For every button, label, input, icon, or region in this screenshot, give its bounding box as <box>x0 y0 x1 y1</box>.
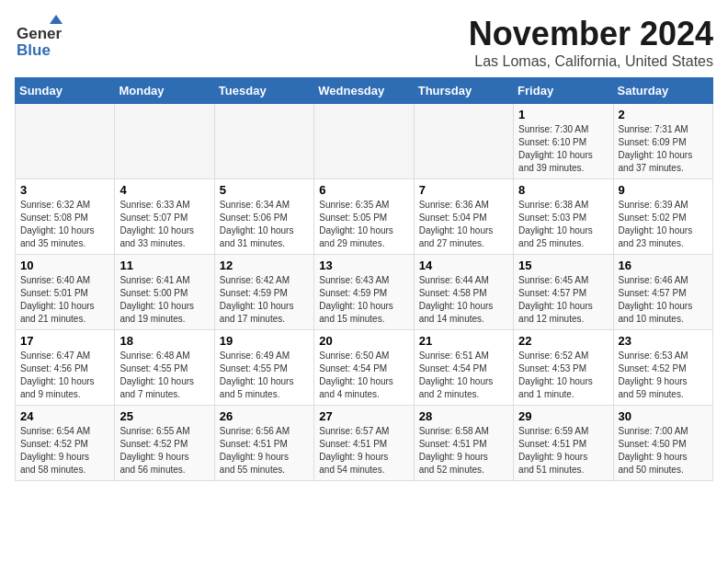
calendar-day-cell: 6Sunrise: 6:35 AM Sunset: 5:05 PM Daylig… <box>314 179 414 255</box>
calendar-day-cell: 1Sunrise: 7:30 AM Sunset: 6:10 PM Daylig… <box>514 104 613 179</box>
day-detail: Sunrise: 6:56 AM Sunset: 4:51 PM Dayligh… <box>220 425 309 477</box>
calendar-day-cell: 21Sunrise: 6:51 AM Sunset: 4:54 PM Dayli… <box>414 330 513 406</box>
day-detail: Sunrise: 6:50 AM Sunset: 4:54 PM Dayligh… <box>319 350 408 401</box>
day-number: 27 <box>319 409 408 423</box>
day-detail: Sunrise: 6:54 AM Sunset: 4:52 PM Dayligh… <box>20 425 109 477</box>
weekday-header: Wednesday <box>314 78 414 104</box>
day-detail: Sunrise: 6:59 AM Sunset: 4:51 PM Dayligh… <box>518 425 608 477</box>
day-number: 10 <box>20 259 109 272</box>
day-detail: Sunrise: 6:43 AM Sunset: 4:59 PM Dayligh… <box>319 274 408 326</box>
calendar-day-cell: 27Sunrise: 6:57 AM Sunset: 4:51 PM Dayli… <box>314 406 414 481</box>
logo: General Blue <box>15 15 63 63</box>
calendar-day-cell: 2Sunrise: 7:31 AM Sunset: 6:09 PM Daylig… <box>613 104 712 179</box>
calendar-day-cell: 3Sunrise: 6:32 AM Sunset: 5:08 PM Daylig… <box>16 179 115 255</box>
day-number: 22 <box>518 334 608 348</box>
page-title: November 2024 <box>469 15 713 53</box>
day-detail: Sunrise: 6:57 AM Sunset: 4:51 PM Dayligh… <box>319 425 408 477</box>
calendar-table: SundayMondayTuesdayWednesdayThursdayFrid… <box>15 77 713 481</box>
day-detail: Sunrise: 6:32 AM Sunset: 5:08 PM Dayligh… <box>20 199 109 250</box>
day-detail: Sunrise: 6:35 AM Sunset: 5:05 PM Dayligh… <box>319 199 408 250</box>
day-number: 14 <box>419 259 508 272</box>
calendar-day-cell: 9Sunrise: 6:39 AM Sunset: 5:02 PM Daylig… <box>613 179 712 255</box>
day-detail: Sunrise: 6:34 AM Sunset: 5:06 PM Dayligh… <box>220 199 309 250</box>
calendar-week-row: 17Sunrise: 6:47 AM Sunset: 4:56 PM Dayli… <box>16 330 713 406</box>
day-number: 1 <box>518 108 608 121</box>
day-detail: Sunrise: 6:46 AM Sunset: 4:57 PM Dayligh… <box>619 274 708 326</box>
calendar-day-cell: 19Sunrise: 6:49 AM Sunset: 4:55 PM Dayli… <box>214 330 313 406</box>
weekday-header: Tuesday <box>214 78 313 104</box>
calendar-day-cell: 22Sunrise: 6:52 AM Sunset: 4:53 PM Dayli… <box>514 330 613 406</box>
calendar-day-cell: 4Sunrise: 6:33 AM Sunset: 5:07 PM Daylig… <box>115 179 214 255</box>
day-detail: Sunrise: 6:53 AM Sunset: 4:52 PM Dayligh… <box>619 350 708 401</box>
calendar-day-cell: 18Sunrise: 6:48 AM Sunset: 4:55 PM Dayli… <box>115 330 214 406</box>
day-number: 9 <box>619 183 708 197</box>
day-number: 19 <box>220 334 309 348</box>
calendar-day-cell: 25Sunrise: 6:55 AM Sunset: 4:52 PM Dayli… <box>115 406 214 481</box>
day-number: 17 <box>20 334 109 348</box>
calendar-day-cell: 7Sunrise: 6:36 AM Sunset: 5:04 PM Daylig… <box>414 179 513 255</box>
day-detail: Sunrise: 6:47 AM Sunset: 4:56 PM Dayligh… <box>20 350 109 401</box>
weekday-header: Saturday <box>613 78 712 104</box>
day-number: 26 <box>220 409 309 423</box>
logo-icon: General Blue <box>15 15 63 63</box>
calendar-week-row: 10Sunrise: 6:40 AM Sunset: 5:01 PM Dayli… <box>16 255 713 330</box>
day-number: 12 <box>220 259 309 272</box>
calendar-day-cell <box>16 104 115 179</box>
calendar-day-cell: 28Sunrise: 6:58 AM Sunset: 4:51 PM Dayli… <box>414 406 513 481</box>
day-number: 7 <box>419 183 508 197</box>
day-detail: Sunrise: 6:49 AM Sunset: 4:55 PM Dayligh… <box>220 350 309 401</box>
day-number: 30 <box>619 409 708 423</box>
calendar-day-cell: 29Sunrise: 6:59 AM Sunset: 4:51 PM Dayli… <box>514 406 613 481</box>
weekday-header: Friday <box>514 78 613 104</box>
title-area: November 2024 Las Lomas, California, Uni… <box>469 15 713 70</box>
day-detail: Sunrise: 6:55 AM Sunset: 4:52 PM Dayligh… <box>119 425 209 477</box>
day-number: 25 <box>119 409 209 423</box>
day-detail: Sunrise: 6:45 AM Sunset: 4:57 PM Dayligh… <box>518 274 608 326</box>
day-detail: Sunrise: 6:44 AM Sunset: 4:58 PM Dayligh… <box>419 274 508 326</box>
day-number: 24 <box>20 409 109 423</box>
day-detail: Sunrise: 6:42 AM Sunset: 4:59 PM Dayligh… <box>220 274 309 326</box>
day-number: 18 <box>119 334 209 348</box>
day-number: 2 <box>619 108 708 121</box>
day-detail: Sunrise: 7:00 AM Sunset: 4:50 PM Dayligh… <box>619 425 708 477</box>
calendar-day-cell: 14Sunrise: 6:44 AM Sunset: 4:58 PM Dayli… <box>414 255 513 330</box>
day-number: 13 <box>319 259 408 272</box>
day-number: 3 <box>20 183 109 197</box>
calendar-day-cell: 12Sunrise: 6:42 AM Sunset: 4:59 PM Dayli… <box>214 255 313 330</box>
calendar-day-cell: 26Sunrise: 6:56 AM Sunset: 4:51 PM Dayli… <box>214 406 313 481</box>
weekday-header: Thursday <box>414 78 513 104</box>
calendar-week-row: 1Sunrise: 7:30 AM Sunset: 6:10 PM Daylig… <box>16 104 713 179</box>
day-number: 29 <box>518 409 608 423</box>
calendar-day-cell: 17Sunrise: 6:47 AM Sunset: 4:56 PM Dayli… <box>16 330 115 406</box>
day-number: 8 <box>518 183 608 197</box>
day-detail: Sunrise: 6:36 AM Sunset: 5:04 PM Dayligh… <box>419 199 508 250</box>
calendar-day-cell: 20Sunrise: 6:50 AM Sunset: 4:54 PM Dayli… <box>314 330 414 406</box>
day-number: 5 <box>220 183 309 197</box>
day-number: 4 <box>119 183 209 197</box>
day-number: 23 <box>619 334 708 348</box>
calendar-day-cell <box>214 104 313 179</box>
day-number: 21 <box>419 334 508 348</box>
calendar-day-cell <box>314 104 414 179</box>
day-number: 6 <box>319 183 408 197</box>
calendar-day-cell <box>115 104 214 179</box>
day-detail: Sunrise: 6:41 AM Sunset: 5:00 PM Dayligh… <box>119 274 209 326</box>
calendar-day-cell: 8Sunrise: 6:38 AM Sunset: 5:03 PM Daylig… <box>514 179 613 255</box>
day-detail: Sunrise: 6:39 AM Sunset: 5:02 PM Dayligh… <box>619 199 708 250</box>
day-detail: Sunrise: 7:31 AM Sunset: 6:09 PM Dayligh… <box>619 123 708 175</box>
page-subtitle: Las Lomas, California, United States <box>469 53 713 70</box>
day-number: 20 <box>319 334 408 348</box>
day-detail: Sunrise: 6:58 AM Sunset: 4:51 PM Dayligh… <box>419 425 508 477</box>
weekday-header: Monday <box>115 78 214 104</box>
calendar-day-cell: 13Sunrise: 6:43 AM Sunset: 4:59 PM Dayli… <box>314 255 414 330</box>
calendar-day-cell <box>414 104 513 179</box>
day-detail: Sunrise: 7:30 AM Sunset: 6:10 PM Dayligh… <box>518 123 608 175</box>
calendar-day-cell: 10Sunrise: 6:40 AM Sunset: 5:01 PM Dayli… <box>16 255 115 330</box>
calendar-day-cell: 16Sunrise: 6:46 AM Sunset: 4:57 PM Dayli… <box>613 255 712 330</box>
day-number: 15 <box>518 259 608 272</box>
day-detail: Sunrise: 6:52 AM Sunset: 4:53 PM Dayligh… <box>518 350 608 401</box>
calendar-day-cell: 24Sunrise: 6:54 AM Sunset: 4:52 PM Dayli… <box>16 406 115 481</box>
calendar-day-cell: 23Sunrise: 6:53 AM Sunset: 4:52 PM Dayli… <box>613 330 712 406</box>
day-number: 16 <box>619 259 708 272</box>
weekday-header: Sunday <box>16 78 115 104</box>
